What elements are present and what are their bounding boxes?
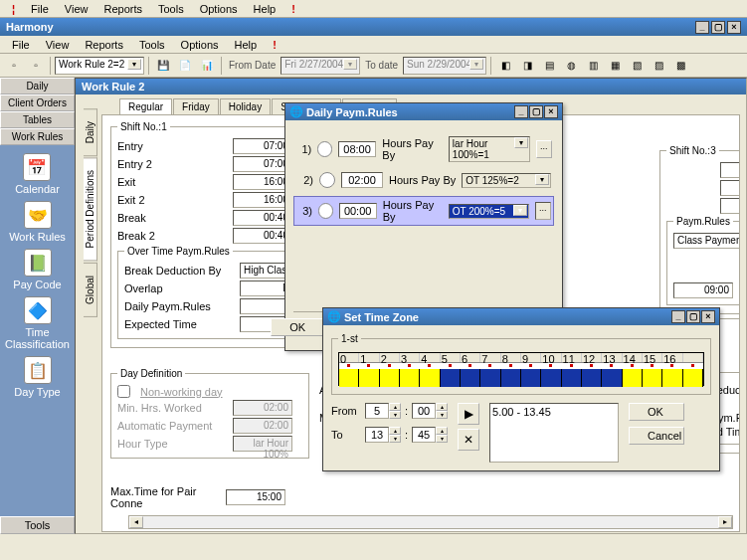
timeline-seg-0[interactable] <box>339 369 359 387</box>
from-h-up[interactable]: ▴ <box>389 403 401 411</box>
paym-row-btn-0[interactable]: ... <box>536 140 552 158</box>
tz-add-button[interactable]: ▶ <box>458 403 479 425</box>
vtab-daily[interactable]: Daily <box>84 108 97 156</box>
paym-close[interactable]: × <box>544 105 558 118</box>
tz-cancel[interactable]: Cancel <box>629 427 684 445</box>
timeline-seg-11[interactable] <box>562 369 582 387</box>
timeline-seg-15[interactable] <box>643 369 662 387</box>
sidebar-icon-daytype[interactable]: 📋Day Type <box>14 356 60 398</box>
timeline-seg-2[interactable] <box>380 369 400 387</box>
tz-ok[interactable]: OK <box>629 403 684 421</box>
menu-file-2[interactable]: File <box>4 37 38 53</box>
shift1-value-1[interactable]: 07:00 <box>233 156 292 172</box>
from-h-dn[interactable]: ▾ <box>389 411 401 419</box>
timeline-seg-13[interactable] <box>602 369 622 387</box>
clock-icon[interactable] <box>319 172 335 188</box>
menu-view[interactable]: View <box>57 1 96 17</box>
paym-combo-1[interactable]: OT 125%=2 <box>462 173 551 188</box>
paym-row-btn-2[interactable]: ... <box>535 202 551 220</box>
fromdate-input[interactable]: Fri 2/27/2004 <box>280 57 360 75</box>
nonworking-checkbox[interactable] <box>117 385 130 398</box>
vtab-global[interactable]: Global <box>84 263 97 317</box>
tab-holiday[interactable]: Holiday <box>220 98 271 114</box>
tool-c5[interactable]: ▥ <box>583 56 603 76</box>
tool-c3[interactable]: ▤ <box>539 56 559 76</box>
tz-max[interactable]: ▢ <box>686 310 700 323</box>
shift3-value-0[interactable]: 22:00 <box>720 162 740 178</box>
paym-ok[interactable]: OK <box>271 318 324 336</box>
tool-c2[interactable]: ◨ <box>517 56 537 76</box>
vtab-period[interactable]: Period Definitions <box>84 157 97 261</box>
sidebar-icon-calendar[interactable]: 📅Calendar <box>15 153 60 195</box>
sidebar-icon-workrules[interactable]: 🤝Work Rules <box>9 201 66 243</box>
workrule-combo[interactable]: Work Rule 2=2 <box>55 57 144 75</box>
tool-c9[interactable]: ▩ <box>670 56 690 76</box>
tz-remove-button[interactable]: ✕ <box>458 429 479 451</box>
paym-combo-2[interactable]: OT 200%=5 <box>449 204 529 219</box>
clock-icon[interactable] <box>317 141 332 157</box>
shift1-value-2[interactable]: 16:00 <box>233 174 292 190</box>
timeline-seg-6[interactable] <box>461 369 480 387</box>
timeline-seg-12[interactable] <box>582 369 602 387</box>
tool-c1[interactable]: ◧ <box>495 56 515 76</box>
timeline-seg-4[interactable] <box>420 369 440 387</box>
tool-new[interactable]: ▫ <box>4 56 24 76</box>
paym-time-1[interactable]: 02:00 <box>341 172 383 188</box>
tab-regular[interactable]: Regular <box>119 98 172 114</box>
shift1-value-3[interactable]: 16:00 <box>233 192 292 208</box>
timeline-seg-16[interactable] <box>662 369 682 387</box>
tab-friday[interactable]: Friday <box>173 98 219 114</box>
menu-options-2[interactable]: Options <box>173 37 227 53</box>
shift1-value-0[interactable]: 07:00 <box>233 138 292 154</box>
sidebar-tools[interactable]: Tools <box>0 516 75 534</box>
paym-max[interactable]: ▢ <box>529 105 543 118</box>
shift1-value-5[interactable]: 00:40 <box>233 228 292 244</box>
to-h-dn[interactable]: ▾ <box>389 435 401 443</box>
tool-b1[interactable]: 📄 <box>175 56 195 76</box>
timeline-seg-8[interactable] <box>501 369 521 387</box>
clock-icon[interactable] <box>318 203 332 219</box>
maximize-button[interactable]: ▢ <box>711 21 725 34</box>
sidebar-icon-paycode[interactable]: 📗Pay Code <box>13 249 61 290</box>
tool-c4[interactable]: ◍ <box>561 56 581 76</box>
sidebar-tables[interactable]: Tables <box>0 111 75 128</box>
tool-del[interactable]: ▫ <box>26 56 46 76</box>
sidebar-icon-timeclass[interactable]: 🔷Time Classification <box>0 296 75 350</box>
timeline-seg-17[interactable] <box>683 369 703 387</box>
to-h-up[interactable]: ▴ <box>389 427 401 435</box>
close-button[interactable]: × <box>727 21 741 34</box>
timeline-seg-7[interactable] <box>480 369 500 387</box>
class-payment[interactable]: Class Payment <box>673 233 740 249</box>
tool-c6[interactable]: ▦ <box>605 56 625 76</box>
tool-c7[interactable]: ▧ <box>627 56 647 76</box>
tool-save[interactable]: 💾 <box>153 56 173 76</box>
to-hour[interactable]: 13 <box>365 427 389 443</box>
paym-time-2[interactable]: 00:00 <box>339 203 377 219</box>
menu-view-2[interactable]: View <box>38 37 78 53</box>
tz-titlebar[interactable]: 🌐 Set Time Zone _ ▢ × <box>323 308 719 325</box>
shift3-value-1[interactable]: 07:00 <box>720 180 740 196</box>
sidebar-clientorders[interactable]: Client Orders <box>0 94 75 111</box>
to-min[interactable]: 45 <box>412 427 436 443</box>
minimize-button[interactable]: _ <box>695 21 709 34</box>
tz-min[interactable]: _ <box>671 310 685 323</box>
sidebar-daily[interactable]: Daily <box>0 78 75 94</box>
tz-list[interactable]: 5.00 - 13.45 <box>489 403 619 463</box>
paym-titlebar[interactable]: 🌐 Daily Paym.Rules _ ▢ × <box>285 103 562 120</box>
from-min[interactable]: 00 <box>412 403 436 419</box>
tool-b2[interactable]: 📊 <box>197 56 217 76</box>
to-m-dn[interactable]: ▾ <box>436 435 448 443</box>
menu-reports-2[interactable]: Reports <box>77 37 131 53</box>
todate-input[interactable]: Sun 2/29/2004 <box>403 57 486 75</box>
tool-c8[interactable]: ▨ <box>649 56 668 76</box>
h-scrollbar[interactable]: ◂▸ <box>128 515 733 529</box>
from-hour[interactable]: 5 <box>365 403 389 419</box>
shift3-expected[interactable]: 09:00 <box>673 282 733 298</box>
from-m-dn[interactable]: ▾ <box>436 411 448 419</box>
paym-min[interactable]: _ <box>514 105 528 118</box>
menu-tools[interactable]: Tools <box>150 1 192 17</box>
timeline-seg-14[interactable] <box>623 369 643 387</box>
timeline[interactable]: 012345678910111213141516 <box>338 352 704 386</box>
paym-time-0[interactable]: 08:00 <box>338 141 377 157</box>
paym-combo-0[interactable]: lar Hour 100%=1 <box>449 136 530 162</box>
